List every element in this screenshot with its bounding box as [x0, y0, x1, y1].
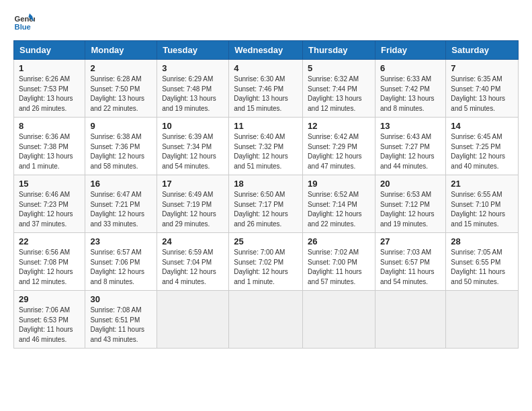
calendar-cell: 11 Sunrise: 6:40 AMSunset: 7:32 PMDaylig… — [229, 118, 303, 175]
cell-info: Sunrise: 6:49 AMSunset: 7:19 PMDaylight:… — [162, 191, 216, 228]
calendar-body: 1 Sunrise: 6:26 AMSunset: 7:53 PMDayligh… — [14, 60, 519, 349]
calendar-cell: 25 Sunrise: 7:00 AMSunset: 7:02 PMDaylig… — [229, 233, 303, 291]
day-number: 13 — [380, 121, 441, 131]
calendar-cell: 9 Sunrise: 6:38 AMSunset: 7:36 PMDayligh… — [85, 118, 157, 175]
day-number: 7 — [451, 63, 513, 73]
col-wednesday: Wednesday — [229, 41, 303, 60]
cell-info: Sunrise: 6:53 AMSunset: 7:12 PMDaylight:… — [380, 191, 435, 228]
day-number: 14 — [451, 121, 513, 131]
cell-info: Sunrise: 7:08 AMSunset: 6:51 PMDaylight:… — [90, 306, 144, 343]
cell-info: Sunrise: 6:56 AMSunset: 7:08 PMDaylight:… — [19, 248, 73, 285]
col-friday: Friday — [375, 41, 445, 60]
col-sunday: Sunday — [14, 41, 85, 60]
cell-info: Sunrise: 6:42 AMSunset: 7:29 PMDaylight:… — [308, 133, 362, 170]
calendar-week-row: 8 Sunrise: 6:36 AMSunset: 7:38 PMDayligh… — [14, 118, 519, 175]
cell-info: Sunrise: 6:36 AMSunset: 7:38 PMDaylight:… — [19, 133, 73, 170]
calendar-cell: 15 Sunrise: 6:46 AMSunset: 7:23 PMDaylig… — [14, 175, 85, 233]
cell-info: Sunrise: 6:33 AMSunset: 7:42 PMDaylight:… — [380, 75, 435, 112]
cell-info: Sunrise: 6:32 AMSunset: 7:44 PMDaylight:… — [308, 75, 362, 112]
day-number: 19 — [308, 179, 370, 189]
day-number: 2 — [90, 63, 152, 73]
calendar-cell: 7 Sunrise: 6:35 AMSunset: 7:40 PMDayligh… — [446, 60, 519, 118]
day-number: 28 — [451, 236, 513, 246]
day-number: 10 — [162, 121, 224, 131]
logo-icon: General Blue — [13, 11, 35, 32]
calendar-cell: 2 Sunrise: 6:28 AMSunset: 7:50 PMDayligh… — [85, 60, 157, 118]
cell-info: Sunrise: 6:39 AMSunset: 7:34 PMDaylight:… — [162, 133, 216, 170]
calendar-cell: 1 Sunrise: 6:26 AMSunset: 7:53 PMDayligh… — [14, 60, 85, 118]
cell-info: Sunrise: 7:02 AMSunset: 7:00 PMDaylight:… — [308, 248, 362, 285]
col-saturday: Saturday — [446, 41, 519, 60]
day-number: 3 — [162, 63, 224, 73]
logo: General Blue — [13, 11, 35, 32]
cell-info: Sunrise: 6:47 AMSunset: 7:21 PMDaylight:… — [90, 191, 144, 228]
calendar-page: General Blue Sunday Monday Tuesday Wedne… — [0, 0, 532, 411]
calendar-cell — [375, 291, 445, 349]
cell-info: Sunrise: 7:06 AMSunset: 6:53 PMDaylight:… — [19, 306, 73, 343]
calendar-cell: 10 Sunrise: 6:39 AMSunset: 7:34 PMDaylig… — [157, 118, 229, 175]
calendar-cell: 17 Sunrise: 6:49 AMSunset: 7:19 PMDaylig… — [157, 175, 229, 233]
cell-info: Sunrise: 6:45 AMSunset: 7:25 PMDaylight:… — [451, 133, 505, 170]
day-number: 18 — [234, 179, 298, 189]
calendar-cell: 14 Sunrise: 6:45 AMSunset: 7:25 PMDaylig… — [446, 118, 519, 175]
cell-info: Sunrise: 6:30 AMSunset: 7:46 PMDaylight:… — [234, 75, 288, 112]
day-number: 4 — [234, 63, 298, 73]
col-thursday: Thursday — [303, 41, 375, 60]
cell-info: Sunrise: 7:00 AMSunset: 7:02 PMDaylight:… — [234, 248, 288, 285]
col-monday: Monday — [85, 41, 157, 60]
day-number: 30 — [90, 294, 152, 304]
day-number: 11 — [234, 121, 298, 131]
calendar-week-row: 15 Sunrise: 6:46 AMSunset: 7:23 PMDaylig… — [14, 175, 519, 233]
day-number: 6 — [380, 63, 441, 73]
day-number: 20 — [380, 179, 441, 189]
day-number: 27 — [380, 236, 441, 246]
calendar-cell — [303, 291, 375, 349]
calendar-cell — [157, 291, 229, 349]
day-number: 25 — [234, 236, 298, 246]
calendar-week-row: 1 Sunrise: 6:26 AMSunset: 7:53 PMDayligh… — [14, 60, 519, 118]
day-number: 12 — [308, 121, 370, 131]
cell-info: Sunrise: 7:03 AMSunset: 6:57 PMDaylight:… — [380, 248, 435, 285]
day-number: 16 — [90, 179, 152, 189]
calendar-cell: 13 Sunrise: 6:43 AMSunset: 7:27 PMDaylig… — [375, 118, 445, 175]
cell-info: Sunrise: 6:50 AMSunset: 7:17 PMDaylight:… — [234, 191, 288, 228]
calendar-cell: 16 Sunrise: 6:47 AMSunset: 7:21 PMDaylig… — [85, 175, 157, 233]
calendar-cell: 6 Sunrise: 6:33 AMSunset: 7:42 PMDayligh… — [375, 60, 445, 118]
day-number: 29 — [19, 294, 80, 304]
calendar-header: Sunday Monday Tuesday Wednesday Thursday… — [14, 41, 519, 60]
calendar-cell: 3 Sunrise: 6:29 AMSunset: 7:48 PMDayligh… — [157, 60, 229, 118]
svg-text:Blue: Blue — [15, 23, 31, 31]
day-number: 8 — [19, 121, 80, 131]
cell-info: Sunrise: 7:05 AMSunset: 6:55 PMDaylight:… — [451, 248, 505, 285]
calendar-cell: 8 Sunrise: 6:36 AMSunset: 7:38 PMDayligh… — [14, 118, 85, 175]
day-number: 17 — [162, 179, 224, 189]
cell-info: Sunrise: 6:46 AMSunset: 7:23 PMDaylight:… — [19, 191, 73, 228]
cell-info: Sunrise: 6:38 AMSunset: 7:36 PMDaylight:… — [90, 133, 144, 170]
page-header: General Blue — [13, 11, 519, 32]
calendar-cell: 21 Sunrise: 6:55 AMSunset: 7:10 PMDaylig… — [446, 175, 519, 233]
col-tuesday: Tuesday — [157, 41, 229, 60]
day-number: 23 — [90, 236, 152, 246]
calendar-cell: 12 Sunrise: 6:42 AMSunset: 7:29 PMDaylig… — [303, 118, 375, 175]
calendar-cell: 20 Sunrise: 6:53 AMSunset: 7:12 PMDaylig… — [375, 175, 445, 233]
day-number: 21 — [451, 179, 513, 189]
header-row: Sunday Monday Tuesday Wednesday Thursday… — [14, 41, 519, 60]
cell-info: Sunrise: 6:59 AMSunset: 7:04 PMDaylight:… — [162, 248, 216, 285]
calendar-cell: 5 Sunrise: 6:32 AMSunset: 7:44 PMDayligh… — [303, 60, 375, 118]
day-number: 24 — [162, 236, 224, 246]
day-number: 22 — [19, 236, 80, 246]
calendar-cell — [229, 291, 303, 349]
cell-info: Sunrise: 6:35 AMSunset: 7:40 PMDaylight:… — [451, 75, 505, 112]
day-number: 1 — [19, 63, 80, 73]
calendar-cell: 19 Sunrise: 6:52 AMSunset: 7:14 PMDaylig… — [303, 175, 375, 233]
cell-info: Sunrise: 6:52 AMSunset: 7:14 PMDaylight:… — [308, 191, 362, 228]
day-number: 9 — [90, 121, 152, 131]
calendar-cell: 22 Sunrise: 6:56 AMSunset: 7:08 PMDaylig… — [14, 233, 85, 291]
calendar-cell: 27 Sunrise: 7:03 AMSunset: 6:57 PMDaylig… — [375, 233, 445, 291]
calendar-cell: 4 Sunrise: 6:30 AMSunset: 7:46 PMDayligh… — [229, 60, 303, 118]
day-number: 5 — [308, 63, 370, 73]
cell-info: Sunrise: 6:55 AMSunset: 7:10 PMDaylight:… — [451, 191, 505, 228]
calendar-week-row: 22 Sunrise: 6:56 AMSunset: 7:08 PMDaylig… — [14, 233, 519, 291]
calendar-week-row: 29 Sunrise: 7:06 AMSunset: 6:53 PMDaylig… — [14, 291, 519, 349]
cell-info: Sunrise: 6:29 AMSunset: 7:48 PMDaylight:… — [162, 75, 216, 112]
